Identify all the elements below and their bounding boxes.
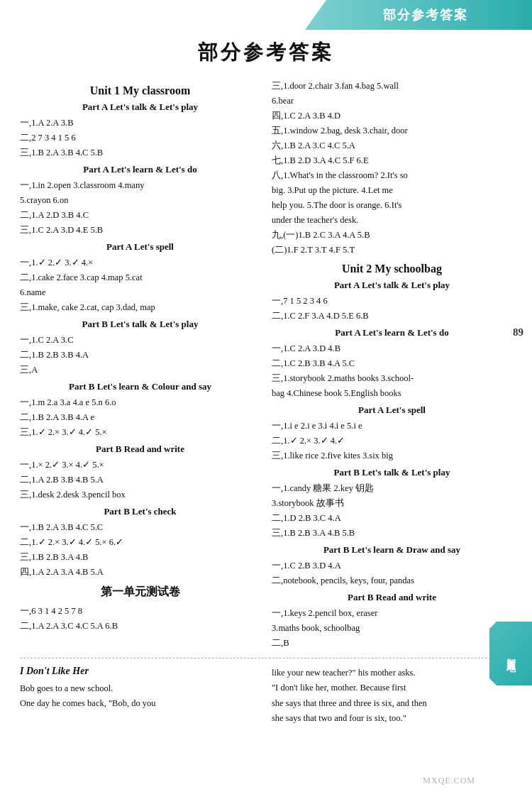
answer-line: big. 3.Put up the picture. 4.Let me — [272, 183, 512, 197]
answer-line: 四,1.C 2.A 3.B 4.D — [272, 109, 512, 123]
part-title: Part A Let's spell — [20, 241, 260, 253]
answer-line: 九,(一)1.B 2.C 3.A 4.A 5.B — [272, 228, 512, 242]
answer-line: 二,1.B 2.B 3.B 4.A — [20, 348, 260, 362]
answer-line: 三,1.B 2.B 3.A 4.B 5.B — [272, 526, 512, 540]
part-title: Part B Read and write — [20, 443, 260, 455]
part-title: Part A Let's learn & Let's do — [272, 327, 512, 338]
answer-line: 三,1.like rice 2.five kites 3.six big — [272, 448, 512, 463]
answer-line: 二,2 7 3 4 1 5 6 — [20, 131, 260, 145]
part-title: Part B Read and write — [272, 592, 512, 603]
part-title: Part B Let's learn & Colour and say — [20, 381, 260, 392]
top-banner: 部分参考答案 — [305, 0, 532, 30]
unit2-title: Unit 2 My schoolbag — [272, 263, 512, 275]
answer-line: 三,1.✓ 2.× 3.✓ 4.✓ 5.× — [20, 425, 260, 439]
part-title: Part B Let's talk & Let's play — [272, 467, 512, 478]
answer-line: 二,1.C 2.F 3.A 4.D 5.E 6.B — [272, 309, 512, 323]
story-line: like your new teacher?" his mother asks. — [272, 666, 512, 680]
answer-line: 三,1.desk 2.desk 3.pencil box — [20, 487, 260, 502]
story-line: "I don't like her, mother. Because first — [272, 680, 512, 695]
answer-line: 一,1.in 2.open 3.classroom 4.many — [20, 178, 260, 192]
answer-line: 一,1.× 2.✓ 3.× 4.✓ 5.× — [20, 458, 260, 472]
answer-line: 一,1.m 2.a 3.a 4.a e 5.n 6.o — [20, 395, 260, 409]
part-title: Part A Let's talk & Let's play — [272, 280, 512, 291]
answer-line: 一,1.C 2.A 3.C — [20, 333, 260, 347]
zhitu-text: 智趣天地 — [504, 651, 517, 656]
answer-line: 三,1.C 2.A 3.D 4.E 5.B — [20, 223, 260, 237]
answer-line: help you. 5.The door is orange. 6.It's — [272, 198, 512, 212]
answer-line: 一,6 3 1 4 2 5 7 8 — [20, 604, 260, 618]
answer-line: 一,1.C 2.B 3.D 4.A — [272, 558, 512, 573]
unit1-title: Unit 1 My classroom — [20, 84, 260, 97]
answer-line: 二,notebook, pencils, keys, four, pandas — [272, 573, 512, 588]
answer-line: 五,1.window 2.bag, desk 3.chair, door — [272, 123, 512, 138]
answer-line: 3.maths book, schoolbag — [272, 621, 512, 635]
part-title: Part B Let's learn & Draw and say — [272, 544, 512, 556]
answer-line: 四,1.A 2.A 3.A 4.B 5.A — [20, 565, 260, 579]
answer-line: 三,1.B 2.B 3.A 4.B — [20, 550, 260, 564]
story-line: One day he comes back, "Bob, do you — [20, 696, 260, 711]
answer-line: 二,1.A 2.A 3.C 4.C 5.A 6.B — [20, 619, 260, 633]
answer-line: 八,1.What's in the classroom? 2.It's so — [272, 168, 512, 182]
bottom-story-section: I Don't Like Her Bob goes to a new schoo… — [20, 658, 512, 726]
answer-line: 5.crayon 6.on — [20, 193, 260, 207]
answer-line: 一,1.C 2.A 3.D 4.B — [272, 341, 512, 356]
answer-line: 三,1.B 2.A 3.B 4.C 5.B — [20, 145, 260, 160]
answer-line: 二,1.A 2.B 3.B 4.B 5.A — [20, 473, 260, 487]
main-content: 部分参考答案 Unit 1 My classroom Part A Let's … — [0, 0, 532, 740]
answer-line: 一,7 1 5 2 3 4 6 — [272, 294, 512, 308]
answer-line: 6.bear — [272, 94, 512, 108]
answer-line: 二,1.✓ 2.× 3.✓ 4.✓ 5.× 6.✓ — [20, 535, 260, 549]
story-line: Bob goes to a new school. — [20, 681, 260, 696]
bottom-left: I Don't Like Her Bob goes to a new schoo… — [20, 666, 260, 726]
answer-line: 二,1.A 2.D 3.B 4.C — [20, 208, 260, 222]
answer-line: 6.name — [20, 285, 260, 299]
part-title: Part A Let's spell — [272, 404, 512, 416]
answer-line: 三,A — [20, 363, 260, 377]
left-column: Unit 1 My classroom Part A Let's talk & … — [20, 79, 260, 651]
banner-title: 部分参考答案 — [369, 6, 468, 23]
story-line: she says that two and four is six, too." — [272, 711, 512, 726]
answer-line: 三,1.storybook 2.maths books 3.school- — [272, 371, 512, 385]
answer-line: bag 4.Chinese book 5.English books — [272, 386, 512, 400]
two-column-layout: Unit 1 My classroom Part A Let's talk & … — [20, 79, 512, 651]
page-number: 89 — [513, 326, 523, 338]
mxqe-watermark: MXQE.COM — [423, 776, 475, 786]
story-title: I Don't Like Her — [20, 666, 260, 677]
answer-line: 二,1.B 2.A 3.B 4.A e — [20, 410, 260, 424]
answer-line: 三,1.door 2.chair 3.fan 4.bag 5.wall — [272, 79, 512, 93]
part-title: Part A Let's learn & Let's do — [20, 164, 260, 175]
answer-line: 一,1.A 2.A 3.B — [20, 116, 260, 130]
right-column: 三,1.door 2.chair 3.fan 4.bag 5.wall 6.be… — [272, 79, 512, 651]
answer-line: 六,1.B 2.A 3.C 4.C 5.A — [272, 138, 512, 153]
answer-line: 一,1.i e 2.i e 3.i 4.i e 5.i e — [272, 419, 512, 433]
answer-line: 一,1.candy 糖果 2.key 钥匙 — [272, 481, 512, 495]
answer-line: 二,1.✓ 2.× 3.✓ 4.✓ — [272, 434, 512, 448]
answer-line: 三,1.make, cake 2.cat, cap 3.dad, map — [20, 300, 260, 314]
exam-title: 第一单元测试卷 — [20, 585, 260, 600]
part-title: Part A Let's talk & Let's play — [20, 101, 260, 113]
answer-line: 3.storybook 故事书 — [272, 496, 512, 510]
story-line: she says that three and three is six, an… — [272, 696, 512, 711]
bottom-right: like your new teacher?" his mother asks.… — [272, 666, 512, 726]
answer-line: 一,1.B 2.A 3.B 4.C 5.C — [20, 520, 260, 534]
answer-line: 七,1.B 2.D 3.A 4.C 5.F 6.E — [272, 153, 512, 167]
answer-line: under the teacher's desk. — [272, 213, 512, 227]
answer-line: 一,1.✓ 2.✓ 3.✓ 4.× — [20, 255, 260, 270]
zhitu-badge: 智趣天地 — [489, 622, 532, 685]
answer-line: 二,1.D 2.B 3.C 4.A — [272, 511, 512, 525]
part-title: Part B Let's talk & Let's play — [20, 319, 260, 330]
answer-line: 二,B — [272, 636, 512, 650]
answer-line: 二,1.C 2.B 3.B 4.A 5.C — [272, 356, 512, 370]
answer-line: (二)1.F 2.T 3.T 4.F 5.T — [272, 243, 512, 257]
answer-line: 二,1.cake 2.face 3.cap 4.map 5.cat — [20, 270, 260, 285]
page-title: 部分参考答案 — [20, 39, 512, 66]
answer-line: 一,1.keys 2.pencil box, eraser — [272, 606, 512, 620]
part-title: Part B Let's check — [20, 506, 260, 517]
